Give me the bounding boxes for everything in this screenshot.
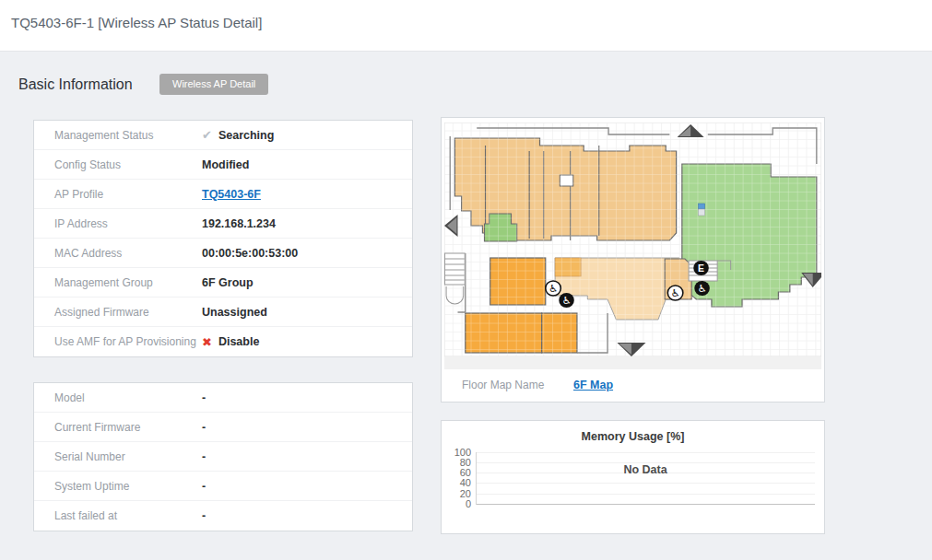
mac-address-value: 00:00:5e:00:53:00 xyxy=(202,247,298,260)
row-label: IP Address xyxy=(54,217,202,230)
row-label: Assigned Firmware xyxy=(54,306,202,319)
table-row: Current Firmware - xyxy=(34,413,412,442)
row-label: Use AMF for AP Provisioning xyxy=(54,335,202,348)
wheelchair-icon: ♿ xyxy=(546,281,561,296)
table-row: Management Status ✔ Searching xyxy=(34,121,412,150)
table-row: Config Status Modified xyxy=(34,150,412,180)
ap-profile-link[interactable]: TQ5403-6F xyxy=(202,188,261,201)
map-grid-overlay xyxy=(444,122,821,356)
floor-map-canvas[interactable]: ♿ ♿ ♿ ♿ E xyxy=(444,122,821,356)
row-label: Management Group xyxy=(54,276,202,289)
row-label: Serial Number xyxy=(54,450,202,463)
wheelchair-icon: ♿ xyxy=(667,286,683,300)
row-label: AP Profile xyxy=(54,188,202,201)
map-footer-strip xyxy=(444,356,821,369)
row-label: Model xyxy=(54,391,202,404)
check-icon: ✔ xyxy=(202,128,212,142)
y-axis-line xyxy=(476,452,477,505)
no-data-label: No Data xyxy=(476,463,815,476)
row-value: TQ5403-6F xyxy=(202,188,261,201)
table-row: Assigned Firmware Unassigned xyxy=(34,298,412,327)
table-row: MAC Address 00:00:5e:00:53:00 xyxy=(34,239,412,268)
table-row: IP Address 192.168.1.234 xyxy=(34,209,412,239)
ap-device-icon[interactable] xyxy=(698,204,704,216)
row-label: Config Status xyxy=(54,158,202,171)
row-label: Management Status xyxy=(54,129,202,142)
model-value: - xyxy=(202,391,206,404)
table-row: Use AMF for AP Provisioning ✖ Disable xyxy=(34,327,412,356)
y-tick-label: 40 xyxy=(445,477,471,488)
gridline-zero xyxy=(476,504,815,505)
row-label: MAC Address xyxy=(54,247,202,260)
elevator-icon: E xyxy=(693,261,709,275)
current-firmware-value: - xyxy=(202,421,206,434)
section-title: Basic Information xyxy=(18,76,133,93)
row-label: Last failed at xyxy=(54,509,202,522)
svg-text:♿: ♿ xyxy=(549,283,558,294)
memory-chart-title: Memory Usage [%] xyxy=(442,430,824,443)
page-title: TQ5403-6F-1 [Wireless AP Status Detail] xyxy=(11,15,262,30)
floor-map-name-label: Floor Map Name xyxy=(462,379,544,391)
row-value: ✔ Searching xyxy=(202,128,274,142)
floor-map-name-row: Floor Map Name 6F Map xyxy=(442,374,824,398)
floor-map-panel: ♿ ♿ ♿ ♿ E Floor Map Name 6F Map xyxy=(441,117,825,402)
cross-icon: ✖ xyxy=(202,335,212,349)
device-info-table: Model - Current Firmware - Serial Number… xyxy=(33,382,413,531)
basic-info-table: Management Status ✔ Searching Config Sta… xyxy=(33,120,413,357)
window-header: TQ5403-6F-1 [Wireless AP Status Detail] xyxy=(0,0,932,52)
svg-text:E: E xyxy=(698,263,704,274)
system-uptime-value: - xyxy=(202,480,206,493)
table-row: System Uptime - xyxy=(34,472,412,501)
management-group-value: 6F Group xyxy=(202,276,254,289)
svg-text:♿: ♿ xyxy=(670,287,679,298)
memory-chart-plot: 100 80 60 40 20 0 No Data xyxy=(445,449,815,508)
memory-usage-panel: Memory Usage [%] 100 80 60 40 20 0 No Da… xyxy=(441,420,825,534)
management-status-value: Searching xyxy=(218,129,274,142)
y-tick-label: 0 xyxy=(445,498,471,509)
table-row: Management Group 6F Group xyxy=(34,268,412,298)
wheelchair-icon-inverse: ♿ xyxy=(559,293,574,308)
row-label: Current Firmware xyxy=(54,421,202,434)
ip-address-value: 192.168.1.234 xyxy=(202,217,276,230)
config-status-value: Modified xyxy=(202,158,249,171)
svg-text:♿: ♿ xyxy=(697,283,706,294)
assigned-firmware-value: Unassigned xyxy=(202,306,267,319)
last-failed-value: - xyxy=(202,509,206,522)
gridline xyxy=(476,483,815,484)
row-value: ✖ Disable xyxy=(202,335,259,349)
floor-map-link[interactable]: 6F Map xyxy=(573,379,613,391)
table-row: Serial Number - xyxy=(34,442,412,472)
gridline xyxy=(476,494,815,495)
wireless-ap-detail-button[interactable]: Wireless AP Detail xyxy=(159,74,268,95)
table-row: Last failed at - xyxy=(34,501,412,531)
row-label: System Uptime xyxy=(54,480,202,493)
serial-number-value: - xyxy=(202,450,206,463)
section-header: Basic Information xyxy=(18,74,133,96)
gridline xyxy=(476,452,815,453)
svg-text:♿: ♿ xyxy=(561,295,571,306)
wheelchair-icon-inverse: ♿ xyxy=(694,281,710,296)
table-row: Model - xyxy=(34,383,412,413)
amf-provisioning-value: Disable xyxy=(218,335,259,348)
table-row: AP Profile TQ5403-6F xyxy=(34,180,412,209)
